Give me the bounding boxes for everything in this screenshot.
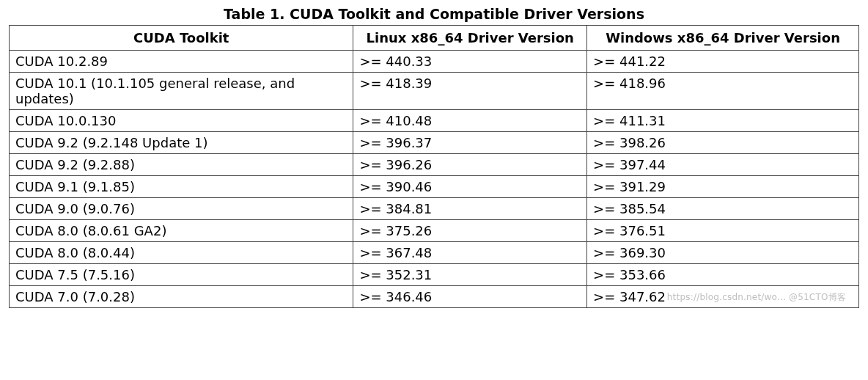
cell-cuda-toolkit: CUDA 9.1 (9.1.85) bbox=[10, 176, 353, 198]
table-header-row: CUDA Toolkit Linux x86_64 Driver Version… bbox=[10, 26, 859, 51]
table-row: CUDA 7.5 (7.5.16)>= 352.31>= 353.66 bbox=[10, 264, 859, 286]
cell-linux-driver: >= 367.48 bbox=[353, 242, 587, 264]
header-linux-driver: Linux x86_64 Driver Version bbox=[353, 26, 587, 51]
cell-cuda-toolkit: CUDA 9.2 (9.2.148 Update 1) bbox=[10, 132, 353, 154]
table-row: CUDA 9.0 (9.0.76)>= 384.81>= 385.54 bbox=[10, 198, 859, 220]
cell-windows-driver: >= 353.66 bbox=[587, 264, 859, 286]
cell-cuda-toolkit: CUDA 7.0 (7.0.28) bbox=[10, 286, 353, 308]
cell-windows-driver: >= 441.22 bbox=[587, 51, 859, 73]
table-row: CUDA 10.1 (10.1.105 general release, and… bbox=[10, 73, 859, 110]
cell-cuda-toolkit: CUDA 7.5 (7.5.16) bbox=[10, 264, 353, 286]
table-row: CUDA 8.0 (8.0.44)>= 367.48>= 369.30 bbox=[10, 242, 859, 264]
cell-windows-driver: >= 376.51 bbox=[587, 220, 859, 242]
cell-cuda-toolkit: CUDA 9.2 (9.2.88) bbox=[10, 154, 353, 176]
cell-linux-driver: >= 396.26 bbox=[353, 154, 587, 176]
table-row: CUDA 8.0 (8.0.61 GA2)>= 375.26>= 376.51 bbox=[10, 220, 859, 242]
cell-windows-driver: >= 347.62 bbox=[587, 286, 859, 308]
cell-cuda-toolkit: CUDA 8.0 (8.0.61 GA2) bbox=[10, 220, 353, 242]
cell-windows-driver: >= 411.31 bbox=[587, 110, 859, 132]
cell-linux-driver: >= 410.48 bbox=[353, 110, 587, 132]
cell-windows-driver: >= 385.54 bbox=[587, 198, 859, 220]
cell-cuda-toolkit: CUDA 9.0 (9.0.76) bbox=[10, 198, 353, 220]
header-windows-driver: Windows x86_64 Driver Version bbox=[587, 26, 859, 51]
cell-linux-driver: >= 440.33 bbox=[353, 51, 587, 73]
table-row: CUDA 9.2 (9.2.88)>= 396.26>= 397.44 bbox=[10, 154, 859, 176]
table-row: CUDA 9.2 (9.2.148 Update 1)>= 396.37>= 3… bbox=[10, 132, 859, 154]
cell-windows-driver: >= 391.29 bbox=[587, 176, 859, 198]
cell-cuda-toolkit: CUDA 10.2.89 bbox=[10, 51, 353, 73]
cell-linux-driver: >= 352.31 bbox=[353, 264, 587, 286]
cell-cuda-toolkit: CUDA 10.1 (10.1.105 general release, and… bbox=[10, 73, 353, 110]
table-row: CUDA 7.0 (7.0.28)>= 346.46>= 347.62 bbox=[10, 286, 859, 308]
compat-table: CUDA Toolkit Linux x86_64 Driver Version… bbox=[9, 25, 859, 308]
cell-linux-driver: >= 375.26 bbox=[353, 220, 587, 242]
table-container: Table 1. CUDA Toolkit and Compatible Dri… bbox=[9, 6, 859, 308]
cell-windows-driver: >= 418.96 bbox=[587, 73, 859, 110]
header-cuda-toolkit: CUDA Toolkit bbox=[10, 26, 353, 51]
cell-linux-driver: >= 384.81 bbox=[353, 198, 587, 220]
cell-linux-driver: >= 390.46 bbox=[353, 176, 587, 198]
cell-cuda-toolkit: CUDA 8.0 (8.0.44) bbox=[10, 242, 353, 264]
cell-linux-driver: >= 396.37 bbox=[353, 132, 587, 154]
cell-windows-driver: >= 369.30 bbox=[587, 242, 859, 264]
table-row: CUDA 10.2.89>= 440.33>= 441.22 bbox=[10, 51, 859, 73]
table-title: Table 1. CUDA Toolkit and Compatible Dri… bbox=[9, 6, 859, 22]
cell-linux-driver: >= 346.46 bbox=[353, 286, 587, 308]
cell-cuda-toolkit: CUDA 10.0.130 bbox=[10, 110, 353, 132]
cell-windows-driver: >= 397.44 bbox=[587, 154, 859, 176]
cell-windows-driver: >= 398.26 bbox=[587, 132, 859, 154]
table-row: CUDA 10.0.130>= 410.48>= 411.31 bbox=[10, 110, 859, 132]
table-row: CUDA 9.1 (9.1.85)>= 390.46>= 391.29 bbox=[10, 176, 859, 198]
cell-linux-driver: >= 418.39 bbox=[353, 73, 587, 110]
